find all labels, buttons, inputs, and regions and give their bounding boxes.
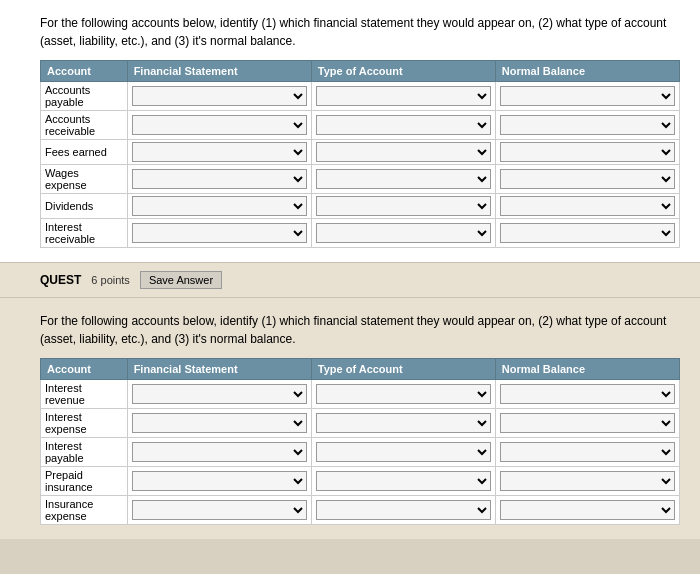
financial-statement-select[interactable]	[132, 384, 307, 404]
type-account-cell	[311, 496, 495, 525]
type-account-select[interactable]	[316, 142, 491, 162]
account-name: Wages expense	[41, 165, 128, 194]
financial-statement-select[interactable]	[132, 471, 307, 491]
financial-statement-cell	[127, 111, 311, 140]
type-account-select[interactable]	[316, 500, 491, 520]
type-account-cell	[311, 140, 495, 165]
col-header-financial-statement2: Financial Statement	[127, 359, 311, 380]
normal-balance-cell	[495, 194, 679, 219]
normal-balance-select[interactable]	[500, 500, 675, 520]
financial-statement-cell	[127, 82, 311, 111]
question1-block: For the following accounts below, identi…	[0, 0, 700, 262]
type-account-select[interactable]	[316, 169, 491, 189]
table-row: Interest revenue	[41, 380, 680, 409]
type-account-select[interactable]	[316, 471, 491, 491]
col-header-normal-balance2: Normal Balance	[495, 359, 679, 380]
financial-statement-cell	[127, 467, 311, 496]
normal-balance-select[interactable]	[500, 223, 675, 243]
financial-statement-select[interactable]	[132, 142, 307, 162]
financial-statement-cell	[127, 140, 311, 165]
normal-balance-cell	[495, 380, 679, 409]
type-account-select[interactable]	[316, 223, 491, 243]
question1-text: For the following accounts below, identi…	[40, 14, 680, 50]
table-row: Accounts receivable	[41, 111, 680, 140]
table-row: Wages expense	[41, 165, 680, 194]
col-header-financial-statement: Financial Statement	[127, 61, 311, 82]
financial-statement-select[interactable]	[132, 196, 307, 216]
normal-balance-select[interactable]	[500, 442, 675, 462]
table-row: Interest receivable	[41, 219, 680, 248]
normal-balance-cell	[495, 467, 679, 496]
account-name: Insurance expense	[41, 496, 128, 525]
financial-statement-select[interactable]	[132, 413, 307, 433]
type-account-select[interactable]	[316, 442, 491, 462]
question2-block: For the following accounts below, identi…	[0, 298, 700, 539]
type-account-cell	[311, 438, 495, 467]
col-header-account2: Account	[41, 359, 128, 380]
type-account-cell	[311, 194, 495, 219]
table-row: Dividends	[41, 194, 680, 219]
points-label: 6 points	[91, 274, 130, 286]
financial-statement-cell	[127, 165, 311, 194]
normal-balance-cell	[495, 111, 679, 140]
question1-table: Account Financial Statement Type of Acco…	[40, 60, 680, 248]
account-name: Interest receivable	[41, 219, 128, 248]
normal-balance-select[interactable]	[500, 413, 675, 433]
account-name: Interest revenue	[41, 380, 128, 409]
financial-statement-cell	[127, 409, 311, 438]
account-name: Accounts payable	[41, 82, 128, 111]
financial-statement-cell	[127, 380, 311, 409]
financial-statement-cell	[127, 496, 311, 525]
col-header-account: Account	[41, 61, 128, 82]
account-name: Interest expense	[41, 409, 128, 438]
normal-balance-select[interactable]	[500, 384, 675, 404]
normal-balance-select[interactable]	[500, 196, 675, 216]
normal-balance-cell	[495, 496, 679, 525]
account-name: Dividends	[41, 194, 128, 219]
normal-balance-cell	[495, 82, 679, 111]
table-row: Interest expense	[41, 409, 680, 438]
account-name: Fees earned	[41, 140, 128, 165]
type-account-cell	[311, 82, 495, 111]
type-account-select[interactable]	[316, 196, 491, 216]
question2-text: For the following accounts below, identi…	[40, 312, 680, 348]
save-answer-button[interactable]: Save Answer	[140, 271, 222, 289]
question2-table: Account Financial Statement Type of Acco…	[40, 358, 680, 525]
type-account-cell	[311, 380, 495, 409]
type-account-select[interactable]	[316, 413, 491, 433]
financial-statement-select[interactable]	[132, 115, 307, 135]
normal-balance-cell	[495, 438, 679, 467]
type-account-select[interactable]	[316, 384, 491, 404]
normal-balance-select[interactable]	[500, 86, 675, 106]
financial-statement-cell	[127, 438, 311, 467]
type-account-cell	[311, 409, 495, 438]
financial-statement-select[interactable]	[132, 169, 307, 189]
table-row: Prepaid insurance	[41, 467, 680, 496]
normal-balance-select[interactable]	[500, 471, 675, 491]
normal-balance-cell	[495, 409, 679, 438]
table-row: Accounts payable	[41, 82, 680, 111]
normal-balance-select[interactable]	[500, 169, 675, 189]
type-account-cell	[311, 165, 495, 194]
normal-balance-cell	[495, 219, 679, 248]
type-account-select[interactable]	[316, 86, 491, 106]
table-row: Interest payable	[41, 438, 680, 467]
account-name: Interest payable	[41, 438, 128, 467]
type-account-cell	[311, 219, 495, 248]
financial-statement-select[interactable]	[132, 86, 307, 106]
normal-balance-select[interactable]	[500, 142, 675, 162]
quest-label: QUEST	[40, 273, 81, 287]
financial-statement-cell	[127, 194, 311, 219]
table-row: Fees earned	[41, 140, 680, 165]
financial-statement-select[interactable]	[132, 442, 307, 462]
col-header-type-of-account2: Type of Account	[311, 359, 495, 380]
type-account-select[interactable]	[316, 115, 491, 135]
type-account-cell	[311, 467, 495, 496]
table-row: Insurance expense	[41, 496, 680, 525]
col-header-normal-balance: Normal Balance	[495, 61, 679, 82]
financial-statement-select[interactable]	[132, 223, 307, 243]
normal-balance-select[interactable]	[500, 115, 675, 135]
normal-balance-cell	[495, 140, 679, 165]
account-name: Accounts receivable	[41, 111, 128, 140]
financial-statement-select[interactable]	[132, 500, 307, 520]
